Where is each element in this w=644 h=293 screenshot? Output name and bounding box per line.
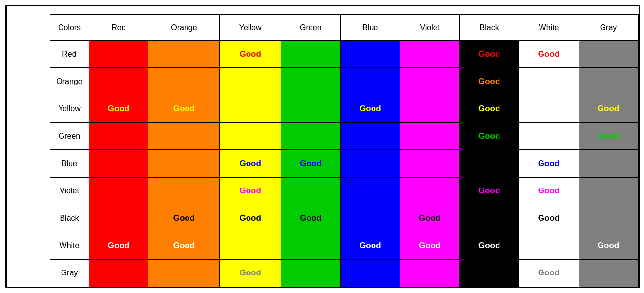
- cell-red-gray: [579, 41, 638, 68]
- cell-black-black: [459, 205, 519, 232]
- row-label-violet: Violet: [50, 177, 89, 205]
- cell-gray-red: [89, 259, 148, 287]
- cell-green-gray: Good: [579, 123, 638, 150]
- cell-orange-red: [89, 68, 148, 95]
- table-row: WhiteGoodGoodGoodGoodGoodGood: [50, 232, 638, 259]
- row-label-gray: Gray: [50, 259, 89, 287]
- good-label: Good: [478, 49, 500, 59]
- row-label-green: Green: [50, 123, 89, 150]
- good-label: Good: [239, 159, 261, 168]
- cell-green-white: [519, 123, 579, 150]
- table-row: BlueGoodGoodGood: [50, 150, 638, 177]
- cell-orange-blue: [340, 68, 400, 95]
- column-header-red: Red: [89, 15, 148, 41]
- table-row: VioletGoodGoodGood: [50, 177, 638, 205]
- cell-gray-green: [281, 259, 340, 287]
- row-label-blue: Blue: [50, 150, 89, 177]
- cell-red-white: Good: [519, 41, 579, 68]
- cell-gray-white: Good: [519, 259, 579, 287]
- cell-black-green: Good: [281, 205, 340, 232]
- table-row: BlackGoodGoodGoodGoodGood: [50, 205, 638, 232]
- table-row: OrangeGood: [50, 68, 638, 95]
- cell-violet-yellow: Good: [220, 177, 281, 205]
- good-label: Good: [478, 131, 500, 141]
- cell-red-yellow: Good: [220, 41, 281, 68]
- row-label-white: White: [50, 232, 89, 259]
- cell-yellow-black: Good: [459, 95, 519, 123]
- cell-white-yellow: [220, 232, 281, 259]
- good-label: Good: [239, 268, 261, 277]
- cell-red-red: [89, 41, 148, 68]
- table-row: GreenGoodGood: [50, 123, 638, 150]
- cell-violet-green: [281, 177, 340, 205]
- cell-blue-orange: [148, 150, 220, 177]
- good-label: Good: [538, 186, 560, 195]
- good-label: Good: [173, 104, 195, 113]
- column-header-colors: Colors: [50, 15, 89, 41]
- column-header-orange: Orange: [148, 15, 220, 41]
- color-contrast-table: ColorsRedOrangeYellowGreenBlueVioletBlac…: [5, 5, 640, 288]
- good-label: Good: [478, 186, 500, 195]
- cell-green-red: [89, 123, 148, 150]
- cell-gray-violet: [400, 259, 459, 287]
- column-header-blue: Blue: [340, 15, 400, 41]
- good-label: Good: [300, 159, 321, 168]
- cell-gray-black: [459, 259, 519, 287]
- cell-violet-orange: [148, 177, 220, 205]
- cell-orange-black: Good: [459, 68, 519, 95]
- cell-violet-violet: [400, 177, 459, 205]
- good-label: Good: [538, 213, 560, 223]
- cell-black-red: [89, 205, 148, 232]
- cell-white-white: [519, 232, 579, 259]
- cell-red-black: Good: [459, 41, 519, 68]
- cell-yellow-yellow: [220, 95, 281, 123]
- cell-green-orange: [148, 123, 220, 150]
- column-header-gray: Gray: [579, 15, 638, 41]
- cell-white-gray: Good: [579, 232, 638, 259]
- cell-green-yellow: [220, 123, 281, 150]
- good-label: Good: [239, 186, 261, 195]
- cell-black-blue: [340, 205, 400, 232]
- cell-blue-yellow: Good: [220, 150, 281, 177]
- cell-white-violet: Good: [400, 232, 459, 259]
- cell-violet-red: [89, 177, 148, 205]
- cell-green-black: Good: [459, 123, 519, 150]
- good-label: Good: [419, 213, 440, 223]
- row-label-yellow: Yellow: [50, 95, 89, 123]
- cell-yellow-red: Good: [89, 95, 148, 123]
- cell-green-green: [281, 123, 340, 150]
- cell-gray-orange: [148, 259, 220, 287]
- cell-blue-green: Good: [281, 150, 340, 177]
- contrast-table: ColorsRedOrangeYellowGreenBlueVioletBlac…: [50, 15, 639, 287]
- cell-violet-blue: [340, 177, 400, 205]
- cell-yellow-orange: Good: [148, 95, 220, 123]
- good-label: Good: [239, 213, 261, 223]
- column-header-white: White: [519, 15, 579, 41]
- foreground-label: [6, 6, 50, 287]
- cell-gray-blue: [340, 259, 400, 287]
- cell-yellow-white: [519, 95, 579, 123]
- cell-orange-white: [519, 68, 579, 95]
- cell-blue-blue: [340, 150, 400, 177]
- table-row: GrayGoodGood: [50, 259, 638, 287]
- column-header-yellow: Yellow: [220, 15, 281, 41]
- cell-orange-violet: [400, 68, 459, 95]
- good-label: Good: [173, 213, 195, 223]
- cell-orange-green: [281, 68, 340, 95]
- cell-yellow-gray: Good: [579, 95, 638, 123]
- cell-blue-white: Good: [519, 150, 579, 177]
- cell-orange-gray: [579, 68, 638, 95]
- good-label: Good: [598, 104, 619, 113]
- cell-violet-black: Good: [459, 177, 519, 205]
- cell-blue-gray: [579, 150, 638, 177]
- good-label: Good: [359, 104, 381, 113]
- good-label: Good: [108, 241, 129, 250]
- cell-black-white: Good: [519, 205, 579, 232]
- cell-black-yellow: Good: [220, 205, 281, 232]
- cell-white-orange: Good: [148, 232, 220, 259]
- row-label-red: Red: [50, 41, 89, 68]
- good-label: Good: [598, 241, 619, 250]
- cell-blue-red: [89, 150, 148, 177]
- row-label-orange: Orange: [50, 68, 89, 95]
- cell-gray-gray: [579, 259, 638, 287]
